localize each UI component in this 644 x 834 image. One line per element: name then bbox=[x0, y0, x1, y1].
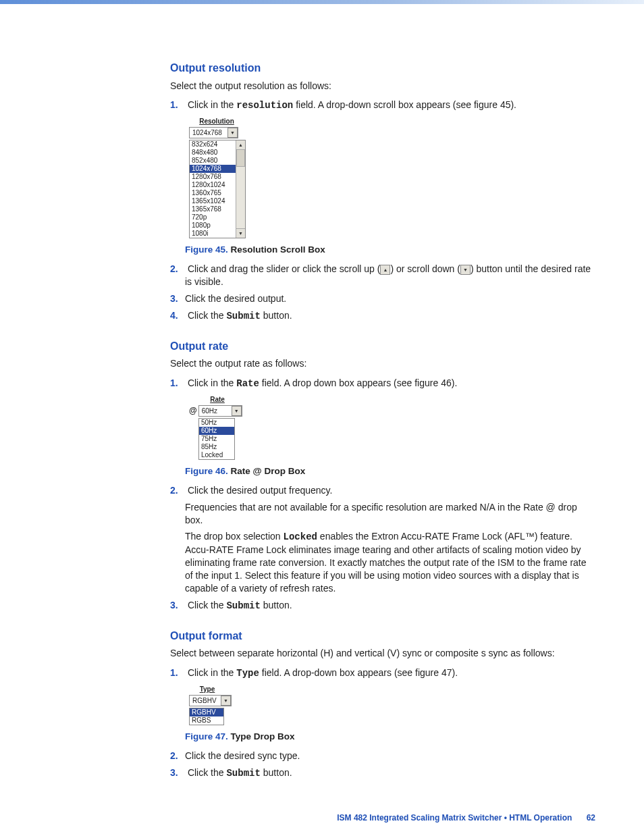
scroll-down-icon: ▼ bbox=[460, 265, 471, 275]
list-item[interactable]: RGBS bbox=[190, 716, 223, 725]
step-text: Click the bbox=[188, 310, 227, 321]
step-item: Click in the Type field. A drop-down box… bbox=[185, 667, 595, 743]
note-locked: The drop box selection Locked enables th… bbox=[185, 530, 595, 594]
list-item-selected[interactable]: RGBHV bbox=[190, 708, 223, 716]
rate-combo-value: 60Hz bbox=[199, 406, 232, 416]
step-text: Click the bbox=[188, 767, 227, 778]
code-submit: Submit bbox=[226, 311, 260, 321]
figure-caption-45: Figure 45. Resolution Scroll Box bbox=[185, 244, 595, 256]
code-locked: Locked bbox=[284, 531, 317, 542]
step-item: Click the desired sync type. bbox=[185, 750, 595, 762]
figure-number: Figure 47. bbox=[185, 731, 228, 741]
dropdown-label-type: Type bbox=[189, 684, 225, 695]
step-item: Click the Submit button. bbox=[185, 766, 595, 780]
figure-title: Rate @ Drop Box bbox=[228, 466, 305, 476]
scroll-up-icon: ▲ bbox=[380, 265, 390, 275]
step-text: field. A drop-down box appears (see figu… bbox=[259, 667, 458, 678]
footer-title: ISM 482 Integrated Scaling Matrix Switch… bbox=[337, 813, 572, 823]
figure-title: Resolution Scroll Box bbox=[228, 244, 325, 255]
step-text: Click the bbox=[188, 600, 227, 610]
step-item: Click the Submit button. bbox=[185, 309, 595, 323]
step-text: Click and drag the slider or click the s… bbox=[188, 263, 381, 274]
dropdown-label-resolution: Resolution bbox=[189, 116, 244, 127]
at-symbol: @ bbox=[189, 405, 197, 416]
step-text: button. bbox=[261, 310, 292, 321]
code-submit: Submit bbox=[226, 600, 260, 611]
scrollbar-thumb[interactable] bbox=[236, 149, 245, 167]
step-text: Click the desired output frequency. bbox=[188, 485, 333, 496]
rate-listbox[interactable]: 50Hz 60Hz 75Hz 85Hz Locked bbox=[198, 418, 235, 460]
dropdown-label-rate: Rate bbox=[198, 394, 236, 405]
footer-page-number: 62 bbox=[587, 813, 595, 823]
step-item: Click the Submit button. bbox=[185, 599, 595, 613]
scroll-up-icon[interactable]: ▲ bbox=[236, 140, 245, 150]
page-content: Output resolution Select the output reso… bbox=[170, 61, 595, 823]
code-rate-field: Rate bbox=[236, 378, 259, 389]
step-text: button. bbox=[261, 600, 292, 610]
intro-resolution: Select the output resolution as follows: bbox=[170, 80, 595, 93]
figure-caption-47: Figure 47. Type Drop Box bbox=[185, 731, 595, 743]
chevron-down-icon[interactable]: ▼ bbox=[232, 406, 242, 416]
code-submit: Submit bbox=[226, 768, 260, 779]
step-text: field. A drop down box appears (see figu… bbox=[259, 377, 457, 388]
resolution-combo[interactable]: 1024x768 ▼ bbox=[189, 127, 238, 138]
step-text: Click in the bbox=[188, 377, 236, 388]
scroll-down-icon[interactable]: ▼ bbox=[236, 228, 245, 238]
chevron-down-icon[interactable]: ▼ bbox=[227, 128, 238, 138]
figure-rate-dropdown: Rate @ 60Hz ▼ 50Hz 60Hz 75Hz bbox=[189, 394, 595, 460]
step-item: Click in the Rate field. A drop down box… bbox=[185, 377, 595, 477]
figure-number: Figure 45. bbox=[185, 244, 228, 255]
step-item: Click the desired output frequency. Freq… bbox=[185, 484, 595, 595]
list-item[interactable]: 85Hz bbox=[199, 443, 234, 451]
figure-type-dropdown: Type RGBHV ▼ RGBHV RGBS bbox=[189, 684, 595, 725]
figure-caption-46: Figure 46. Rate @ Drop Box bbox=[185, 465, 595, 477]
steps-resolution: Click in the resolution field. A drop-do… bbox=[170, 99, 595, 322]
step-text: ) or scroll down ( bbox=[390, 263, 460, 274]
rate-combo[interactable]: 60Hz ▼ bbox=[198, 405, 242, 417]
resolution-listbox[interactable]: 832x624 848x480 852x480 1024x768 1280x76… bbox=[189, 140, 246, 238]
intro-format: Select between separate horizontal (H) a… bbox=[170, 647, 595, 660]
step-item: Click and drag the slider or click the s… bbox=[185, 263, 595, 288]
step-text: Click in the bbox=[188, 667, 236, 678]
heading-output-rate: Output rate bbox=[170, 339, 595, 354]
code-resolution-field: resolution bbox=[236, 100, 293, 111]
type-listbox[interactable]: RGBHV RGBS bbox=[189, 708, 224, 725]
code-type-field: Type bbox=[236, 668, 259, 679]
list-item[interactable]: Locked bbox=[199, 451, 234, 459]
list-item[interactable]: 75Hz bbox=[199, 435, 234, 443]
intro-rate: Select the output rate as follows: bbox=[170, 357, 595, 370]
step-text: Click in the bbox=[188, 99, 236, 110]
steps-rate: Click in the Rate field. A drop down box… bbox=[170, 377, 595, 613]
figure-resolution-dropdown: Resolution 1024x768 ▼ 832x624 848x480 85… bbox=[189, 116, 595, 238]
step-text: button. bbox=[261, 767, 292, 778]
note-na: Frequencies that are not available for a… bbox=[185, 501, 595, 527]
step-text: field. A drop-down scroll box appears (s… bbox=[293, 99, 516, 110]
page-footer: ISM 482 Integrated Scaling Matrix Switch… bbox=[170, 812, 595, 823]
list-item-selected[interactable]: 60Hz bbox=[199, 427, 234, 435]
steps-format: Click in the Type field. A drop-down box… bbox=[170, 667, 595, 779]
resolution-combo-value: 1024x768 bbox=[190, 128, 227, 138]
figure-title: Type Drop Box bbox=[228, 731, 295, 741]
step-item: Click in the resolution field. A drop-do… bbox=[185, 99, 595, 256]
step-item: Click the desired output. bbox=[185, 292, 595, 305]
list-item[interactable]: 50Hz bbox=[199, 419, 234, 427]
figure-number: Figure 46. bbox=[185, 466, 228, 476]
chevron-down-icon[interactable]: ▼ bbox=[221, 696, 231, 706]
type-combo-value: RGBHV bbox=[190, 696, 221, 706]
heading-output-format: Output format bbox=[170, 629, 595, 644]
type-combo[interactable]: RGBHV ▼ bbox=[189, 695, 232, 706]
heading-output-resolution: Output resolution bbox=[170, 61, 595, 76]
